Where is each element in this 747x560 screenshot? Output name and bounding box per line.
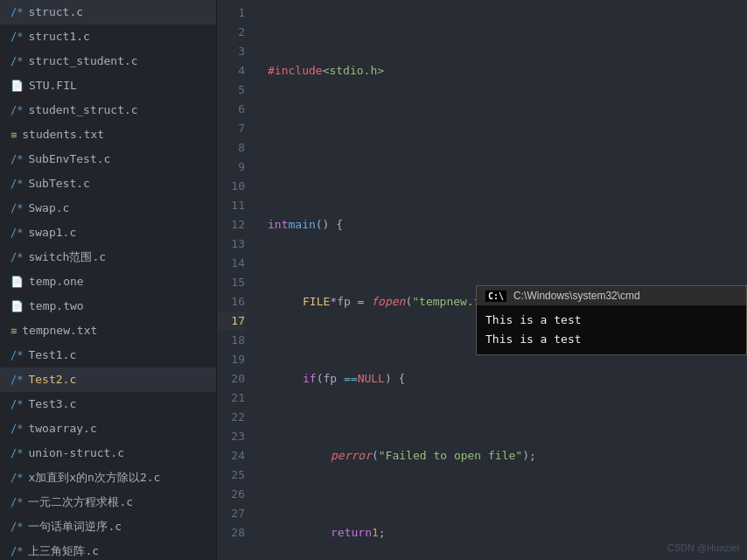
terminal-title: C:\Windows\system32\cmd xyxy=(513,290,640,302)
sidebar-item-quadratic-c[interactable]: /* 一元二次方程求根.c xyxy=(0,490,216,514)
c-file-icon: /* xyxy=(10,199,23,218)
code-line-6: perror("Failed to open file"); xyxy=(268,446,747,466)
sidebar-item-tempnew-txt[interactable]: ≡ tempnew.txt xyxy=(0,318,216,343)
code-line-3: int main() { xyxy=(268,215,747,234)
fil-file-icon: 📄 xyxy=(10,76,24,95)
sidebar-item-label: struct_student.c xyxy=(28,52,137,71)
sidebar-item-label: students.txt xyxy=(22,125,104,144)
sidebar-item-test1-c[interactable]: /* Test1.c xyxy=(0,343,216,368)
c-file-icon: /* xyxy=(10,444,23,463)
sidebar-item-stu-fil[interactable]: 📄 STU.FIL xyxy=(0,74,216,98)
cmd-icon: C:\ xyxy=(485,290,506,302)
other-file-icon: 📄 xyxy=(10,297,24,316)
c-file-icon: /* xyxy=(10,3,23,22)
code-editor: 1 2 3 4 5 6 7 8 9 10 11 12 13 14 15 16 1… xyxy=(217,0,747,560)
sidebar-item-xn-c[interactable]: /* x加直到x的n次方除以2.c xyxy=(0,466,216,490)
code-area: 1 2 3 4 5 6 7 8 9 10 11 12 13 14 15 16 1… xyxy=(217,0,747,560)
sidebar-item-label: temp.two xyxy=(29,297,84,316)
file-explorer: /* struct.c /* struct1.c /* struct_stude… xyxy=(0,0,217,560)
terminal-popup[interactable]: C:\ C:\Windows\system32\cmd This is a te… xyxy=(476,285,747,355)
sidebar-item-swap1-c[interactable]: /* swap1.c xyxy=(0,220,216,245)
c-file-icon: /* xyxy=(10,542,23,560)
sidebar-item-label: struct.c xyxy=(28,3,83,22)
c-file-icon: /* xyxy=(10,346,23,365)
sidebar-item-label: 一句话单词逆序.c xyxy=(28,517,122,536)
sidebar-item-label: 一元二次方程求根.c xyxy=(28,493,133,512)
c-file-icon: /* xyxy=(10,419,23,438)
sidebar-item-test3-c[interactable]: /* Test3.c xyxy=(0,392,216,416)
sidebar-item-label: temp.one xyxy=(29,272,84,291)
sidebar-item-temp-two[interactable]: 📄 temp.two xyxy=(0,294,216,318)
terminal-titlebar: C:\ C:\Windows\system32\cmd xyxy=(477,286,746,305)
sidebar-item-struct-c[interactable]: /* struct.c xyxy=(0,0,216,24)
c-file-icon: /* xyxy=(10,150,23,169)
sidebar-item-label: union-struct.c xyxy=(28,444,124,463)
sidebar-item-label: Test3.c xyxy=(28,395,76,414)
sidebar-item-test2-c[interactable]: /* Test2.c xyxy=(0,368,216,392)
terminal-body: This is a test This is a test xyxy=(477,305,746,354)
sidebar-item-label: swap1.c xyxy=(28,223,76,242)
c-file-icon: /* xyxy=(10,468,23,487)
c-file-icon: /* xyxy=(10,174,23,193)
sidebar-item-reverse-c[interactable]: /* 一句话单词逆序.c xyxy=(0,514,216,539)
terminal-line-1: This is a test xyxy=(485,311,737,330)
sidebar-item-students-txt[interactable]: ≡ students.txt xyxy=(0,122,216,147)
c-file-icon: /* xyxy=(10,370,23,389)
sidebar-item-union-struct-c[interactable]: /* union-struct.c xyxy=(0,441,216,466)
sidebar-item-student-struct-c[interactable]: /* student_struct.c xyxy=(0,98,216,122)
watermark: CSDN @Huazier xyxy=(667,542,740,553)
code-line-7: return 1; xyxy=(268,523,747,542)
code-line-5: if (fp == NULL) { xyxy=(268,369,747,388)
sidebar-item-subtest-c[interactable]: /* SubTest.c xyxy=(0,172,216,196)
sidebar-item-label: tempnew.txt xyxy=(22,321,97,340)
c-file-icon: /* xyxy=(10,395,23,414)
code-line-1: #include <stdio.h> xyxy=(268,61,747,80)
terminal-line-2: This is a test xyxy=(485,330,737,349)
sidebar-item-switch-c[interactable]: /* switch范围.c xyxy=(0,245,216,270)
sidebar-item-label: Swap.c xyxy=(28,199,69,218)
sidebar-item-label: Test1.c xyxy=(28,346,76,365)
txt-file-icon: ≡ xyxy=(10,125,17,144)
sidebar-item-label: SubEnvTest.c xyxy=(28,150,110,169)
sidebar-item-label: student_struct.c xyxy=(28,101,137,120)
sidebar-item-label: SubTest.c xyxy=(28,174,89,193)
code-content[interactable]: #include <stdio.h> int main() { FILE *fp… xyxy=(254,0,747,560)
txt-file-icon: ≡ xyxy=(10,321,17,340)
c-file-icon: /* xyxy=(10,27,23,46)
sidebar-item-label: switch范围.c xyxy=(28,248,106,267)
c-file-icon: /* xyxy=(10,52,23,71)
c-file-icon: /* xyxy=(10,101,23,120)
c-file-icon: /* xyxy=(10,248,23,267)
sidebar-item-label: 上三角矩阵.c xyxy=(28,542,99,560)
other-file-icon: 📄 xyxy=(10,272,24,291)
line-numbers: 1 2 3 4 5 6 7 8 9 10 11 12 13 14 15 16 1… xyxy=(217,0,254,560)
sidebar-item-label: twoarray.c xyxy=(28,419,96,438)
sidebar-item-triangle-c[interactable]: /* 上三角矩阵.c xyxy=(0,539,216,560)
sidebar-item-twoarray-c[interactable]: /* twoarray.c xyxy=(0,416,216,441)
sidebar-item-struct-student-c[interactable]: /* struct_student.c xyxy=(0,49,216,74)
c-file-icon: /* xyxy=(10,517,23,536)
c-file-icon: /* xyxy=(10,493,23,512)
sidebar-item-label: STU.FIL xyxy=(29,76,77,95)
c-file-icon: /* xyxy=(10,223,23,242)
sidebar-item-label: x加直到x的n次方除以2.c xyxy=(28,468,160,487)
sidebar-item-struct1-c[interactable]: /* struct1.c xyxy=(0,24,216,49)
sidebar-item-label: Test2.c xyxy=(28,370,76,389)
sidebar-item-swap-c[interactable]: /* Swap.c xyxy=(0,196,216,220)
code-line-2 xyxy=(268,138,747,158)
sidebar-item-subenvtest-c[interactable]: /* SubEnvTest.c xyxy=(0,147,216,172)
sidebar-item-label: struct1.c xyxy=(28,27,89,46)
sidebar-item-temp-one[interactable]: 📄 temp.one xyxy=(0,270,216,294)
